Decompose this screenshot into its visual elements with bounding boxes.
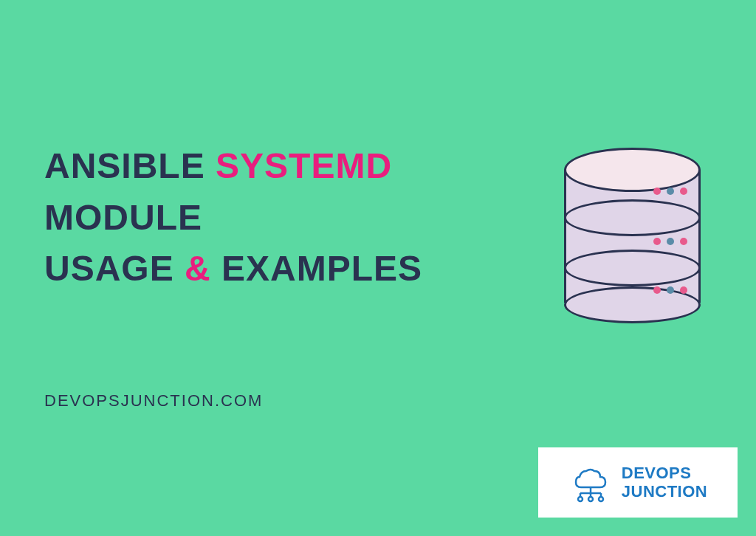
dot-pink [680, 286, 687, 294]
brand-logo-box: DEVOPS JUNCTION [538, 447, 738, 518]
svg-point-7 [599, 497, 603, 501]
title-word-usage: Usage [44, 249, 174, 288]
title-line-1: Ansible Systemd [44, 140, 502, 192]
title-word-module: module [44, 198, 202, 237]
db-indicator-dots [653, 286, 687, 294]
title-ampersand: & [185, 249, 211, 288]
cloud-network-icon [568, 462, 613, 503]
logo-line-2: JUNCTION [622, 483, 707, 501]
dot-pink [653, 188, 661, 195]
db-indicator-dots [653, 238, 687, 245]
dot-pink [653, 238, 661, 245]
title-word-systemd: Systemd [216, 146, 392, 185]
dot-blue [667, 286, 674, 294]
db-divider-ellipse [564, 250, 701, 286]
title-line-3: Usage & Examples [44, 243, 502, 295]
db-indicator-dots [653, 188, 687, 195]
main-title: Ansible Systemd module Usage & Examples [44, 140, 502, 295]
db-top-ellipse [564, 148, 701, 192]
db-divider-ellipse [564, 199, 701, 236]
title-word-ansible: Ansible [44, 146, 205, 185]
dot-blue [667, 238, 674, 245]
dot-pink [680, 188, 687, 195]
database-icon [564, 148, 701, 314]
logo-line-1: DEVOPS [622, 464, 707, 482]
title-line-2: module [44, 192, 502, 244]
svg-point-5 [578, 497, 583, 501]
website-url: devopsjunction.com [44, 391, 263, 410]
dot-pink [680, 238, 687, 245]
title-word-examples: Examples [221, 249, 422, 288]
svg-point-6 [588, 497, 593, 501]
dot-blue [667, 188, 674, 195]
logo-text: DEVOPS JUNCTION [622, 464, 707, 500]
dot-pink [653, 286, 661, 294]
